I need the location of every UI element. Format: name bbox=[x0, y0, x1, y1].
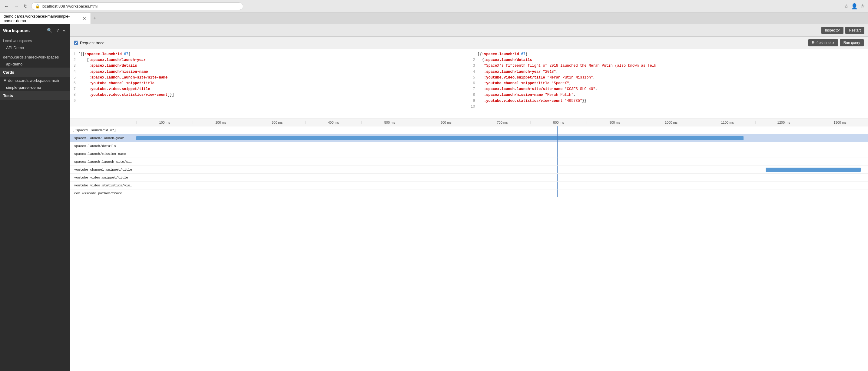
timeline-tick: 100 ms bbox=[136, 121, 193, 124]
refresh-index-button[interactable]: Refresh index bbox=[808, 39, 838, 47]
request-trace-checkbox[interactable] bbox=[74, 40, 78, 45]
r-code-line-8: 8 :spacex.launch/mission-name "Merah Put… bbox=[469, 92, 868, 98]
profile-button[interactable]: 👤 bbox=[851, 3, 858, 10]
timeline-tick: 900 ms bbox=[587, 121, 643, 124]
code-line-9: 9 bbox=[70, 98, 469, 104]
timeline-track bbox=[136, 150, 868, 158]
timeline-tick: 300 ms bbox=[249, 121, 305, 124]
sidebar-item-shared-workspaces[interactable]: demo.cards.shared-workspaces bbox=[0, 54, 70, 61]
request-trace-label: Request trace bbox=[80, 40, 104, 45]
tab-close-button[interactable]: ✕ bbox=[82, 16, 87, 22]
sidebar-section-tests[interactable]: Tests bbox=[0, 91, 70, 100]
reload-button[interactable]: ↻ bbox=[23, 3, 29, 10]
star-button[interactable]: ☆ bbox=[844, 3, 848, 10]
timeline-row-label: :spacex.launch/launch-year bbox=[70, 136, 136, 140]
tests-label: Tests bbox=[3, 93, 13, 98]
timeline-tick: 400 ms bbox=[305, 121, 362, 124]
timeline-cursor bbox=[557, 134, 558, 142]
timeline-cursor bbox=[557, 158, 558, 166]
cards-label: Cards bbox=[3, 70, 14, 75]
timeline-row-label: :com.wsscode.pathom/trace bbox=[70, 192, 136, 195]
r-code-line-9: 9 :youtube.video.statistics/view-count "… bbox=[469, 98, 868, 104]
sidebar-item-local-workspaces: Local workspaces bbox=[0, 36, 70, 44]
timeline-row[interactable]: :youtube.video.snippet/title bbox=[70, 174, 868, 181]
code-line-1: 1 [{[:spacex.launch/id 67] bbox=[70, 52, 469, 57]
timeline-tick: 500 ms bbox=[361, 121, 417, 124]
sidebar-item-api-demo-2[interactable]: api-demo bbox=[0, 61, 70, 67]
main-toolbar: Inspector Restart bbox=[70, 24, 868, 37]
timeline-tick: 200 ms bbox=[193, 121, 249, 124]
timeline-row[interactable]: :youtube.video.statistics/view-count bbox=[70, 181, 868, 190]
app-body: Workspaces 🔍 ? « Local workspaces API De… bbox=[0, 24, 868, 371]
sidebar: Workspaces 🔍 ? « Local workspaces API De… bbox=[0, 24, 70, 371]
timeline-row[interactable]: :spacex.launch/mission-name bbox=[70, 150, 868, 158]
timeline-row[interactable]: :spacex.launch.launch-site/site-name bbox=[70, 158, 868, 166]
timeline-rows-container: [:spacex.launch/id 67]:spacex.launch/lau… bbox=[70, 126, 868, 197]
r-code-line-6: 6 :youtube.channel.snippet/title "SpaceX… bbox=[469, 81, 868, 86]
new-tab-button[interactable]: + bbox=[91, 14, 99, 23]
timeline-tick: 1000 ms bbox=[643, 121, 699, 124]
timeline-tick: 600 ms bbox=[417, 121, 474, 124]
code-line-5: 5 :spacex.launch.launch-site/site-name bbox=[70, 75, 469, 81]
sidebar-item-workspaces-main[interactable]: ▼ demo.cards.workspaces-main bbox=[0, 77, 70, 84]
timeline-row[interactable]: :spacex.launch/launch-year bbox=[70, 134, 868, 142]
timeline-track bbox=[136, 142, 868, 150]
inspector-button[interactable]: Inspector bbox=[822, 27, 843, 34]
timeline-row[interactable]: :com.wsscode.pathom/trace bbox=[70, 190, 868, 197]
code-line-4: 4 :spacex.launch/mission-name bbox=[70, 69, 469, 75]
timeline-section: 100 ms200 ms300 ms400 ms500 ms600 ms700 … bbox=[70, 119, 868, 371]
restart-button[interactable]: Restart bbox=[845, 27, 864, 34]
search-icon-button[interactable]: 🔍 bbox=[46, 27, 53, 33]
lock-icon: 🔒 bbox=[35, 4, 40, 8]
timeline-tick: 800 ms bbox=[530, 121, 587, 124]
sidebar-section-cards[interactable]: Cards bbox=[0, 67, 70, 77]
right-code-panel[interactable]: 1 [{:spacex.launch/id 67} 2 {:spacex.lau… bbox=[469, 49, 868, 118]
back-button[interactable]: ← bbox=[3, 3, 10, 10]
left-code-panel[interactable]: 1 [{[:spacex.launch/id 67] 2 [:spacex.la… bbox=[70, 49, 469, 118]
sidebar-item-simple-parser-demo[interactable]: simple-parser-demo bbox=[0, 84, 70, 91]
r-code-line-10: 10 bbox=[469, 104, 868, 110]
extension-button[interactable]: ⚛ bbox=[860, 3, 865, 10]
timeline-track bbox=[136, 174, 868, 181]
tab-label: demo.cards.workspaces-main/simple-parser… bbox=[4, 14, 80, 23]
timeline-tick: 700 ms bbox=[474, 121, 530, 124]
timeline-track bbox=[136, 166, 868, 173]
code-line-8: 8 :youtube.video.statistics/view-count]}… bbox=[70, 92, 469, 98]
timeline-bar bbox=[766, 168, 824, 172]
timeline-track bbox=[136, 181, 868, 189]
timeline-row[interactable]: [:spacex.launch/id 67] bbox=[70, 126, 868, 134]
address-bar: 🔒 bbox=[31, 2, 243, 10]
timeline-header: 100 ms200 ms300 ms400 ms500 ms600 ms700 … bbox=[70, 119, 868, 126]
timeline-row-label: :spacex.launch/mission-name bbox=[70, 152, 136, 156]
active-tab[interactable]: demo.cards.workspaces-main/simple-parser… bbox=[0, 13, 91, 24]
timeline-row-label: :spacex.launch.launch-site/site-name bbox=[70, 160, 136, 164]
code-line-6: 6 :youtube.channel.snippet/title bbox=[70, 81, 469, 86]
sidebar-item-api-demo[interactable]: API Demo bbox=[0, 44, 70, 51]
timeline-row-label: :youtube.channel.snippet/title bbox=[70, 168, 136, 172]
trace-label-group: Request trace bbox=[74, 40, 104, 45]
timeline-row-label: :spacex.launch/details bbox=[70, 144, 136, 148]
timeline-cursor bbox=[557, 150, 558, 158]
timeline-row-label: [:spacex.launch/id 67] bbox=[70, 129, 136, 132]
forward-button[interactable]: → bbox=[13, 3, 20, 10]
tab-bar: demo.cards.workspaces-main/simple-parser… bbox=[0, 13, 868, 24]
collapse-icon-button[interactable]: « bbox=[62, 27, 67, 33]
trace-buttons: Refresh index Run query bbox=[808, 39, 864, 47]
r-code-line-7: 7 :spacex.launch.launch-site/site-name "… bbox=[469, 86, 868, 92]
timeline-cursor bbox=[557, 166, 558, 173]
url-input[interactable] bbox=[42, 4, 239, 8]
r-code-line-5: 5 :youtube.video.snippet/title "Merah Pu… bbox=[469, 75, 868, 81]
r-code-line-3: 3 "SpaceX's fifteenth flight of 2018 lau… bbox=[469, 63, 868, 69]
timeline-row[interactable]: :spacex.launch/details bbox=[70, 142, 868, 150]
timeline-cursor bbox=[557, 181, 558, 189]
timeline-row-label: :youtube.video.statistics/view-count bbox=[70, 184, 136, 187]
r-code-line-4: 4 :spacex.launch/launch-year "2018", bbox=[469, 69, 868, 75]
run-query-button[interactable]: Run query bbox=[840, 39, 864, 47]
help-icon-button[interactable]: ? bbox=[55, 27, 60, 33]
timeline-row[interactable]: :youtube.channel.snippet/title bbox=[70, 166, 868, 174]
main-content: Inspector Restart Request trace Refresh … bbox=[70, 24, 868, 371]
timeline-tick: 1300 ms bbox=[812, 121, 868, 124]
timeline-track bbox=[136, 126, 868, 134]
timeline-track bbox=[136, 190, 868, 197]
sidebar-header-icons: 🔍 ? « bbox=[46, 27, 67, 33]
